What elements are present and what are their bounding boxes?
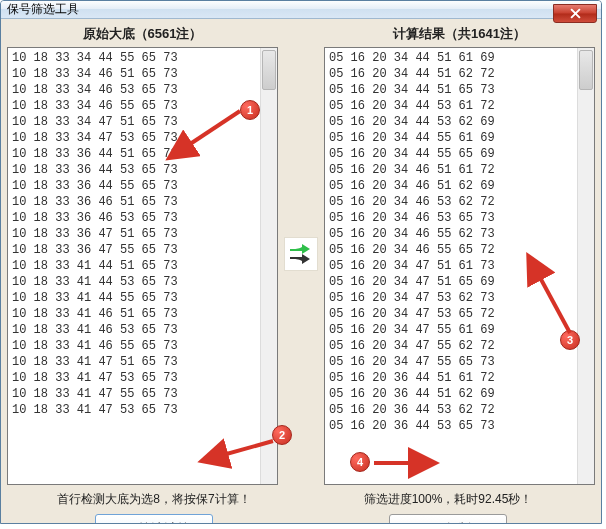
copy-button[interactable]: 复制 (389, 514, 507, 524)
close-icon (570, 8, 581, 19)
left-header-prefix: 原始大底（ (83, 26, 148, 41)
left-hint: 首行检测大底为选8，将按保7计算！ (7, 491, 301, 508)
columns: 原始大底（6561注） 10 18 33 34 44 55 65 73 10 1… (3, 23, 599, 485)
client-area: 原始大底（6561注） 10 18 33 34 44 55 65 73 10 1… (1, 19, 601, 524)
filter-button-label: 筛选计算 (138, 520, 190, 524)
svg-rect-1 (428, 523, 436, 524)
window-title: 保号筛选工具 (7, 1, 79, 18)
left-header-suffix: 注） (176, 26, 202, 41)
hints-row: 首行检测大底为选8，将按保7计算！ 筛选进度100%，耗时92.45秒！ (3, 485, 599, 510)
close-button[interactable] (553, 4, 597, 23)
filter-button[interactable]: 筛选计算 (95, 514, 213, 524)
right-count: 1641 (471, 26, 500, 41)
right-column: 计算结果（共1641注） 05 16 20 34 44 51 61 69 05 … (320, 23, 599, 485)
left-column: 原始大底（6561注） 10 18 33 34 44 55 65 73 10 1… (3, 23, 282, 485)
scrollbar-thumb[interactable] (262, 50, 276, 90)
left-count: 6561 (148, 26, 177, 41)
right-hint: 筛选进度100%，耗时92.45秒！ (301, 491, 595, 508)
shuffle-icon (284, 237, 318, 271)
buttons-row: 筛选计算 复制 (3, 510, 599, 524)
copy-button-label: 复制 (445, 520, 471, 524)
scrollbar-thumb[interactable] (579, 50, 593, 90)
swap-area (282, 23, 320, 485)
titlebar: 保号筛选工具 (1, 1, 601, 19)
list-content: 10 18 33 34 44 55 65 73 10 18 33 34 46 5… (12, 50, 273, 418)
source-listbox[interactable]: 10 18 33 34 44 55 65 73 10 18 33 34 46 5… (7, 47, 278, 485)
result-listbox[interactable]: 05 16 20 34 44 51 61 69 05 16 20 34 44 5… (324, 47, 595, 485)
magnify-icon (119, 522, 134, 525)
app-window: 保号筛选工具 原始大底（6561注） 10 18 33 34 44 55 65 … (0, 0, 602, 524)
copy-icon (426, 522, 441, 525)
svg-point-0 (120, 523, 128, 524)
left-header: 原始大底（6561注） (7, 23, 278, 47)
right-header: 计算结果（共1641注） (324, 23, 595, 47)
right-header-suffix: 注） (500, 26, 526, 41)
list-content: 05 16 20 34 44 51 61 69 05 16 20 34 44 5… (329, 50, 590, 434)
right-header-prefix: 计算结果（共 (393, 26, 471, 41)
